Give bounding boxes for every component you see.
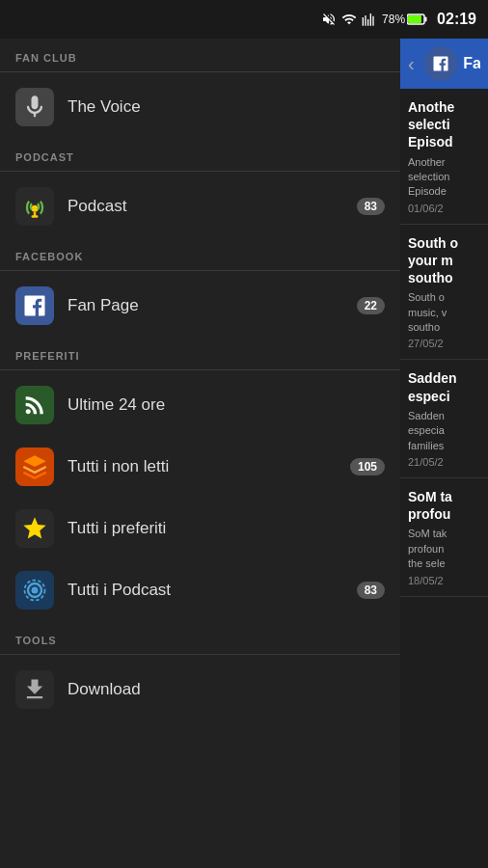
svg-rect-5 [32,215,39,217]
battery-icon [407,14,428,25]
right-panel: ‹ Fa AnotheselectiEpisod Anotherselectio… [400,39,488,868]
status-bar: 78% 02:19 [0,0,488,39]
download-icon [15,670,54,709]
feed-item-3[interactable]: Saddenespeci Saddenespeciafamilies 21/05… [400,360,488,478]
section-podcast: PODCAST [0,138,400,171]
divider-preferiti [0,369,400,370]
ultime24-label: Ultime 24 ore [68,395,385,415]
right-panel-header: ‹ Fa [400,39,488,89]
the-voice-label: The Voice [68,97,385,117]
star-icon [15,509,54,548]
feed-item-1[interactable]: AnotheselectiEpisod AnotherselectionEpis… [400,89,488,225]
signal-icon [362,12,377,27]
right-panel-facebook-icon [424,46,457,81]
feed-item-4-date: 18/05/2 [408,575,480,586]
tutti-non-letti-badge: 105 [350,458,385,475]
divider-facebook [0,270,400,271]
svg-rect-2 [408,15,421,23]
svg-rect-1 [425,17,427,22]
sidebar-item-tutti-podcast[interactable]: Tutti i Podcast 83 [0,559,400,621]
podcast-badge: 83 [357,198,385,215]
divider-tools [0,654,400,655]
sidebar-item-ultime24[interactable]: Ultime 24 ore [0,374,400,436]
mute-icon [321,12,337,27]
feed-item-3-desc: Saddenespeciafamilies [408,409,480,453]
download-label: Download [68,680,385,699]
feed-item-2-desc: South omusic, vsoutho [408,290,480,335]
status-time: 02:19 [437,11,476,28]
battery-percent: 78% [382,13,405,26]
tutti-preferiti-label: Tutti i preferiti [68,519,385,538]
fan-page-badge: 22 [357,297,385,314]
sidebar-item-the-voice[interactable]: The Voice [0,76,400,138]
microphone-icon [15,88,54,126]
status-icons: 78% 02:19 [321,11,476,28]
section-facebook: FACEBOOK [0,237,400,270]
feed-item-1-date: 01/06/2 [408,203,480,214]
feed-item-2-date: 27/05/2 [408,338,480,349]
feed-item-1-desc: AnotherselectionEpisode [408,155,480,200]
sidebar-item-podcast[interactable]: Podcast 83 [0,176,400,237]
tutti-non-letti-label: Tutti i non letti [68,457,350,476]
tutti-podcast-label: Tutti i Podcast [68,581,357,600]
feed-item-2-title: South oyour msoutho [408,234,480,287]
feed-item-3-title: Saddenespeci [408,369,480,404]
divider-podcast [0,171,400,172]
feed-item-4[interactable]: SoM taprofou SoM takprofounthe sele 18/0… [400,478,488,597]
fan-page-label: Fan Page [68,296,357,315]
section-fan-club: FAN CLUB [0,39,400,71]
divider-fan-club [0,71,400,72]
sidebar-item-tutti-non-letti[interactable]: Tutti i non letti 105 [0,436,400,498]
feed-item-1-title: AnotheselectiEpisod [408,98,480,151]
back-chevron-icon[interactable]: ‹ [408,53,415,75]
main-layout: FAN CLUB The Voice PODCAST [0,39,488,868]
sidebar-item-fan-page[interactable]: Fan Page 22 [0,275,400,337]
section-preferiti: PREFERITI [0,337,400,369]
feed-item-4-title: SoM taprofou [408,488,480,523]
podcasts-icon [15,571,54,610]
right-panel-title: Fa [463,55,480,72]
svg-point-6 [32,587,39,594]
feed-item-2[interactable]: South oyour msoutho South omusic, vsouth… [400,225,488,361]
facebook-icon [15,286,54,325]
sidebar-item-download[interactable]: Download [0,659,400,720]
tutti-podcast-badge: 83 [357,582,385,599]
section-tools: TOOLS [0,621,400,654]
wifi-icon [341,12,357,27]
podcast-icon [15,187,54,226]
feed-item-4-desc: SoM takprofounthe sele [408,527,480,571]
sidebar: FAN CLUB The Voice PODCAST [0,39,400,868]
unread-icon [15,448,54,486]
sidebar-item-tutti-preferiti[interactable]: Tutti i preferiti [0,498,400,559]
battery-indicator: 78% [382,13,428,26]
rss-icon [15,386,54,424]
feed-item-3-date: 21/05/2 [408,456,480,468]
podcast-label: Podcast [68,197,357,216]
